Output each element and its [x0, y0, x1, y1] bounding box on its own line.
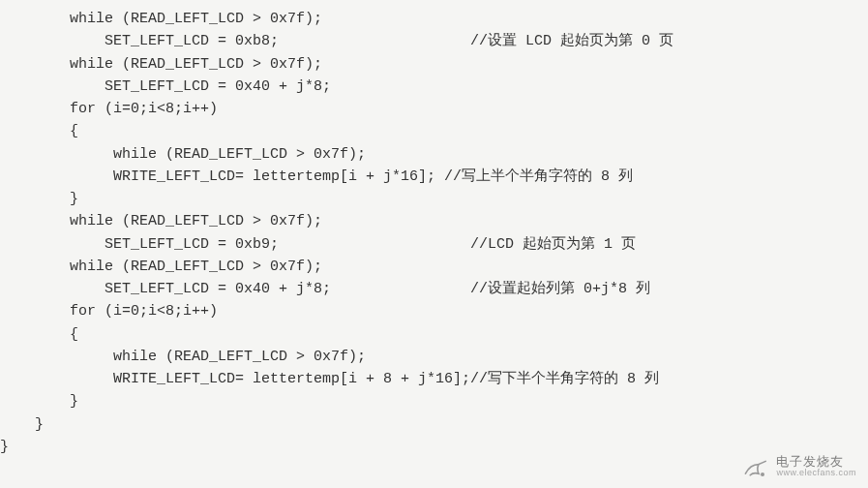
logo-icon [739, 453, 770, 480]
code-line: for (i=0;i<8;i++) [0, 98, 868, 120]
code-text: } [0, 390, 78, 412]
watermark-text: 电子发烧友 www.elecfans.com [776, 455, 856, 477]
code-line: { [0, 120, 868, 142]
code-line: SET_LEFT_LCD = 0xb8; //设置 LCD 起始页为第 0 页 [0, 30, 868, 52]
svg-point-0 [761, 473, 764, 476]
code-text: while (READ_LEFT_LCD > 0x7f); [0, 256, 322, 278]
code-line: for (i=0;i<8;i++) [0, 300, 868, 322]
code-text: SET_LEFT_LCD = 0xb9; [0, 233, 279, 256]
code-text: } [0, 413, 44, 436]
code-line: } [0, 390, 868, 412]
code-text: SET_LEFT_LCD = 0x40 + j*8; [0, 278, 331, 300]
code-text: while (READ_LEFT_LCD > 0x7f); [0, 210, 322, 232]
code-text: for (i=0;i<8;i++) [0, 300, 218, 322]
code-line: SET_LEFT_LCD = 0xb9; //LCD 起始页为第 1 页 [0, 233, 868, 256]
code-line: } [0, 436, 868, 458]
code-text: } [0, 188, 78, 210]
code-text: SET_LEFT_LCD = 0x40 + j*8; [0, 76, 331, 98]
code-text: { [0, 323, 78, 346]
code-line: while (READ_LEFT_LCD > 0x7f); [0, 210, 868, 232]
code-text: while (READ_LEFT_LCD > 0x7f); [0, 53, 322, 76]
code-text: while (READ_LEFT_LCD > 0x7f); [0, 143, 366, 166]
code-line: SET_LEFT_LCD = 0x40 + j*8; //设置起始列第 0+j*… [0, 278, 868, 300]
code-line: while (READ_LEFT_LCD > 0x7f); [0, 53, 868, 76]
code-line: while (READ_LEFT_LCD > 0x7f); [0, 143, 868, 166]
code-block: while (READ_LEFT_LCD > 0x7f); SET_LEFT_L… [0, 0, 868, 458]
code-comment: //设置起始列第 0+j*8 列 [331, 278, 650, 300]
watermark-en: www.elecfans.com [776, 469, 856, 477]
code-comment: //写下半个半角字符的 8 列 [470, 368, 659, 390]
code-line: while (READ_LEFT_LCD > 0x7f); [0, 346, 868, 368]
code-text: for (i=0;i<8;i++) [0, 98, 218, 120]
code-text: while (READ_LEFT_LCD > 0x7f); [0, 346, 366, 368]
code-text: SET_LEFT_LCD = 0xb8; [0, 30, 279, 52]
watermark: 电子发烧友 www.elecfans.com [739, 453, 856, 480]
code-text: WRITE_LEFT_LCD= lettertemp[i + 8 + j*16]… [0, 368, 470, 390]
code-line: { [0, 323, 868, 346]
code-line: while (READ_LEFT_LCD > 0x7f); [0, 256, 868, 278]
code-line: while (READ_LEFT_LCD > 0x7f); [0, 8, 868, 30]
code-comment: //设置 LCD 起始页为第 0 页 [279, 30, 673, 52]
code-line: } [0, 188, 868, 210]
code-text: WRITE_LEFT_LCD= lettertemp[i + j*16]; [0, 166, 435, 188]
code-line: SET_LEFT_LCD = 0x40 + j*8; [0, 76, 868, 98]
code-line: WRITE_LEFT_LCD= lettertemp[i + 8 + j*16]… [0, 368, 868, 390]
code-text: { [0, 120, 78, 142]
code-line: WRITE_LEFT_LCD= lettertemp[i + j*16]; //… [0, 166, 868, 188]
code-comment: //写上半个半角字符的 8 列 [435, 166, 633, 188]
watermark-cn: 电子发烧友 [776, 455, 856, 469]
code-comment: //LCD 起始页为第 1 页 [279, 233, 636, 256]
code-text: while (READ_LEFT_LCD > 0x7f); [0, 8, 322, 30]
code-line: } [0, 413, 868, 436]
code-text: } [0, 436, 9, 458]
